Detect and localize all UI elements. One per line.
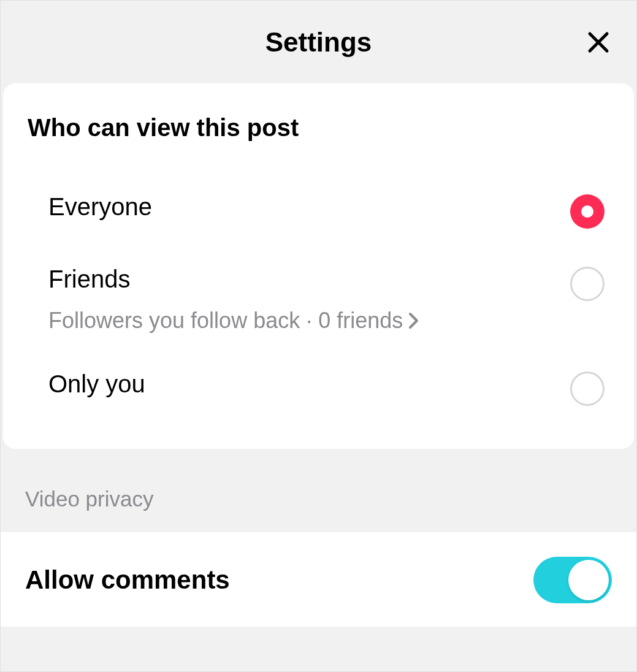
chevron-right-icon [408, 311, 420, 330]
allow-comments-row: Allow comments [1, 532, 636, 627]
option-label: Only you [48, 370, 145, 398]
option-label: Friends [48, 265, 420, 293]
page-title: Settings [265, 27, 372, 58]
radio-selected-icon [570, 194, 605, 229]
settings-header: Settings [1, 1, 636, 83]
visibility-option-friends[interactable]: Friends Followers you follow back · 0 fr… [28, 247, 609, 352]
visibility-option-only-you[interactable]: Only you [28, 352, 609, 424]
visibility-option-everyone[interactable]: Everyone [28, 175, 609, 247]
allow-comments-toggle[interactable] [533, 557, 612, 603]
allow-comments-label: Allow comments [25, 565, 230, 595]
radio-unselected-icon [570, 267, 605, 301]
visibility-card: Who can view this post Everyone Friends … [3, 83, 634, 449]
option-label: Everyone [48, 193, 152, 221]
option-sublabel: Followers you follow back · 0 friends [48, 308, 420, 334]
radio-unselected-icon [570, 372, 605, 406]
visibility-section-title: Who can view this post [28, 114, 609, 142]
video-privacy-header: Video privacy [1, 449, 636, 532]
close-button[interactable] [586, 30, 611, 55]
close-icon [587, 31, 609, 53]
